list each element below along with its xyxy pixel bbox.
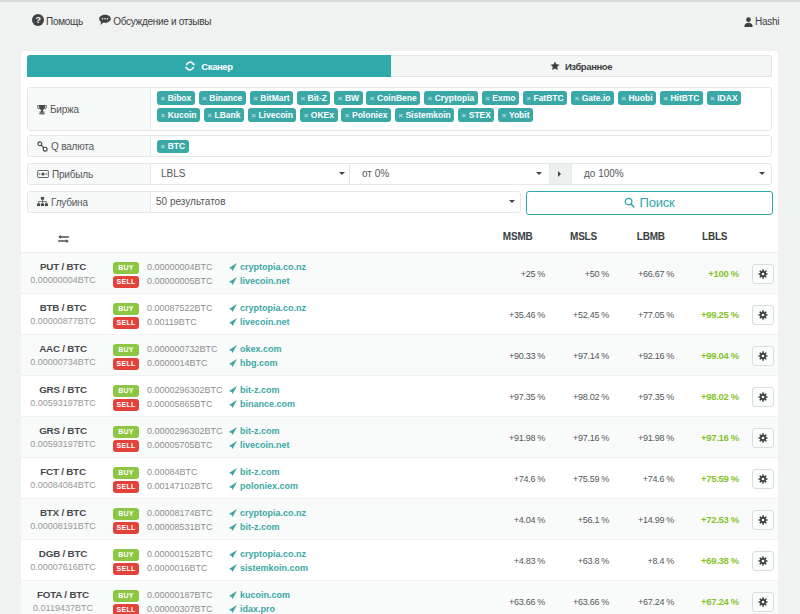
svg-text:?: ?: [35, 15, 40, 25]
